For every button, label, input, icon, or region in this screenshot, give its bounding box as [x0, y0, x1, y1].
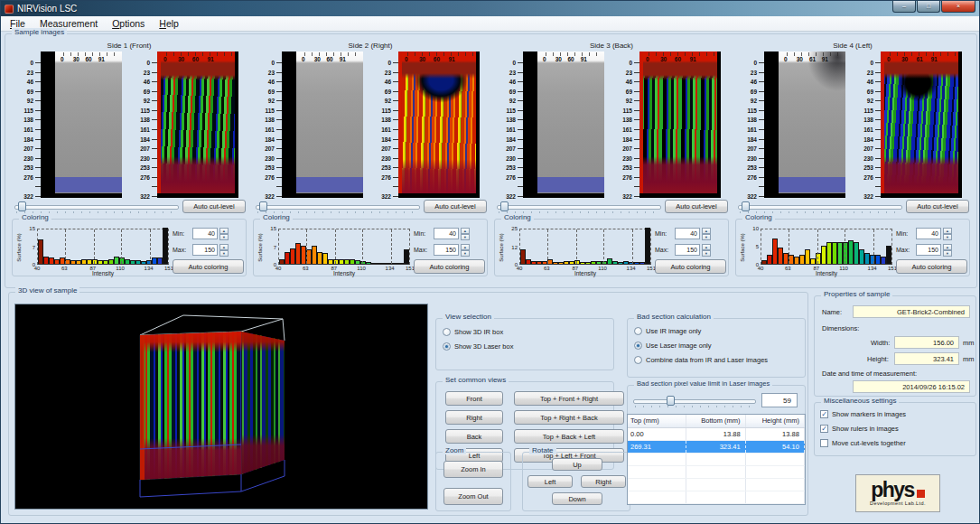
- checkbox-icon[interactable]: ✓: [820, 425, 828, 433]
- cut-level-slider[interactable]: [14, 201, 179, 213]
- min-intensity-field[interactable]: 40: [434, 228, 459, 239]
- bad-limit-slider[interactable]: [633, 396, 756, 407]
- cut-level-slider[interactable]: [497, 201, 661, 213]
- spin-down-icon[interactable]: ▾: [219, 250, 229, 257]
- ir-image[interactable]: 0306191: [779, 51, 845, 193]
- column-header[interactable]: Height (mm): [746, 415, 805, 427]
- max-intensity-field[interactable]: 150: [192, 244, 218, 256]
- min-intensity-spinner[interactable]: ▴▾: [702, 228, 711, 239]
- laser-image[interactable]: 0306091: [639, 51, 717, 193]
- close-button[interactable]: ×: [941, 1, 975, 13]
- spin-down-icon[interactable]: ▾: [702, 234, 711, 240]
- bad-section-radio[interactable]: [634, 327, 642, 335]
- misc-check-0[interactable]: ✓Show markers in images: [815, 407, 975, 421]
- spin-down-icon[interactable]: ▾: [702, 250, 711, 257]
- view-selection-radio[interactable]: [443, 328, 451, 336]
- max-intensity-field[interactable]: 150: [434, 244, 459, 256]
- min-intensity-field[interactable]: 40: [916, 228, 941, 239]
- spin-up-icon[interactable]: ▴: [219, 228, 229, 234]
- auto-cut-level-button[interactable]: Auto cut-level: [182, 200, 246, 213]
- laser-image[interactable]: 0306091: [398, 51, 476, 193]
- cut-level-slider-thumb[interactable]: [259, 201, 267, 211]
- height-field[interactable]: 323.41: [894, 352, 959, 365]
- min-intensity-field[interactable]: 40: [192, 228, 218, 239]
- view-selection-option-0[interactable]: Show 3D IR box: [436, 324, 613, 339]
- auto-cut-level-button[interactable]: Auto cut-level: [906, 200, 969, 213]
- rotate-left-button[interactable]: Left: [527, 475, 573, 488]
- ir-image[interactable]: 0306091: [296, 51, 363, 193]
- min-intensity-spinner[interactable]: ▴▾: [943, 228, 952, 239]
- bad-section-option-2[interactable]: Combine data from IR and Laser images: [628, 352, 805, 367]
- cut-level-slider-thumb[interactable]: [18, 201, 26, 211]
- zoom-out-button[interactable]: Zoom Out: [443, 488, 503, 505]
- auto-cut-level-button[interactable]: Auto cut-level: [424, 200, 487, 213]
- bad-section-radio[interactable]: [634, 342, 642, 350]
- auto-coloring-button[interactable]: Auto coloring: [173, 259, 244, 274]
- table-row[interactable]: [628, 466, 805, 479]
- menu-help[interactable]: Help: [152, 17, 186, 30]
- spin-up-icon[interactable]: ▴: [461, 228, 470, 234]
- max-intensity-spinner[interactable]: ▴▾: [702, 244, 711, 256]
- auto-coloring-button[interactable]: Auto coloring: [414, 259, 485, 274]
- bad-limit-slider-thumb[interactable]: [667, 396, 675, 406]
- max-intensity-spinner[interactable]: ▴▾: [461, 244, 470, 256]
- spin-down-icon[interactable]: ▾: [943, 250, 952, 257]
- table-row[interactable]: [628, 454, 805, 466]
- spin-up-icon[interactable]: ▴: [461, 244, 470, 250]
- view-combo-2-button[interactable]: Top + Back + Left: [514, 429, 624, 444]
- laser-image[interactable]: 0306191: [881, 51, 958, 193]
- max-intensity-field[interactable]: 150: [916, 244, 941, 256]
- view-selection-radio[interactable]: [443, 342, 451, 351]
- bad-section-radio[interactable]: [634, 356, 642, 364]
- rotate-down-button[interactable]: Down: [552, 492, 602, 505]
- view-back-button[interactable]: Back: [445, 429, 503, 444]
- auto-coloring-button[interactable]: Auto coloring: [896, 259, 967, 274]
- cut-level-slider[interactable]: [256, 201, 420, 213]
- spin-up-icon[interactable]: ▴: [943, 228, 952, 234]
- spin-up-icon[interactable]: ▴: [219, 244, 229, 250]
- min-intensity-spinner[interactable]: ▴▾: [219, 228, 229, 239]
- column-header[interactable]: Top (mm): [628, 415, 686, 427]
- datetime-field[interactable]: 2014/09/26 16:15.02: [853, 380, 970, 393]
- menu-options[interactable]: Options: [105, 17, 152, 30]
- cut-level-slider-thumb[interactable]: [742, 201, 750, 211]
- bad-limit-value-field[interactable]: 59: [761, 393, 798, 407]
- misc-check-2[interactable]: Move cut-levels together: [815, 435, 975, 450]
- cut-level-slider-thumb[interactable]: [500, 201, 509, 211]
- view-combo-1-button[interactable]: Top + Right + Back: [514, 410, 624, 425]
- view-combo-0-button[interactable]: Top + Front + Right: [514, 391, 624, 406]
- view-front-button[interactable]: Front: [445, 391, 503, 406]
- min-intensity-spinner[interactable]: ▴▾: [461, 228, 470, 239]
- ir-image[interactable]: 0306091: [55, 51, 122, 193]
- rotate-up-button[interactable]: Up: [552, 458, 602, 471]
- spin-down-icon[interactable]: ▾: [461, 250, 470, 257]
- spin-up-icon[interactable]: ▴: [702, 228, 711, 234]
- view3d-canvas[interactable]: [14, 304, 428, 510]
- misc-check-1[interactable]: ✓Show rulers in images: [815, 421, 975, 435]
- max-intensity-spinner[interactable]: ▴▾: [943, 244, 952, 256]
- min-intensity-field[interactable]: 40: [675, 228, 700, 239]
- width-field[interactable]: 156.00: [894, 336, 959, 349]
- minimize-button[interactable]: –: [892, 1, 916, 13]
- bad-section-option-0[interactable]: Use IR image only: [628, 323, 805, 338]
- table-row[interactable]: [628, 479, 805, 491]
- cut-level-slider[interactable]: [738, 201, 902, 213]
- spin-down-icon[interactable]: ▾: [461, 234, 470, 240]
- auto-coloring-button[interactable]: Auto coloring: [655, 259, 726, 274]
- table-row[interactable]: [628, 491, 805, 504]
- checkbox-icon[interactable]: ✓: [820, 410, 828, 418]
- bad-section-option-1[interactable]: Use Laser image only: [628, 338, 805, 352]
- spin-down-icon[interactable]: ▾: [219, 234, 229, 240]
- max-intensity-field[interactable]: 150: [675, 244, 700, 256]
- column-header[interactable]: Bottom (mm): [686, 415, 745, 427]
- table-row[interactable]: 0.0013.8813.88: [628, 428, 805, 441]
- spin-up-icon[interactable]: ▴: [943, 244, 952, 250]
- sections-table[interactable]: Top (mm)Bottom (mm)Height (mm)0.0013.881…: [627, 414, 806, 505]
- checkbox-icon[interactable]: [820, 439, 828, 447]
- spin-down-icon[interactable]: ▾: [943, 234, 952, 240]
- zoom-in-button[interactable]: Zoom In: [443, 461, 503, 478]
- laser-image[interactable]: 0306091: [157, 51, 235, 193]
- sample-name-field[interactable]: GET-Brick2-Combined: [853, 305, 970, 318]
- rotate-right-button[interactable]: Right: [581, 475, 626, 488]
- table-row[interactable]: 269.31323.4154.10: [628, 441, 805, 454]
